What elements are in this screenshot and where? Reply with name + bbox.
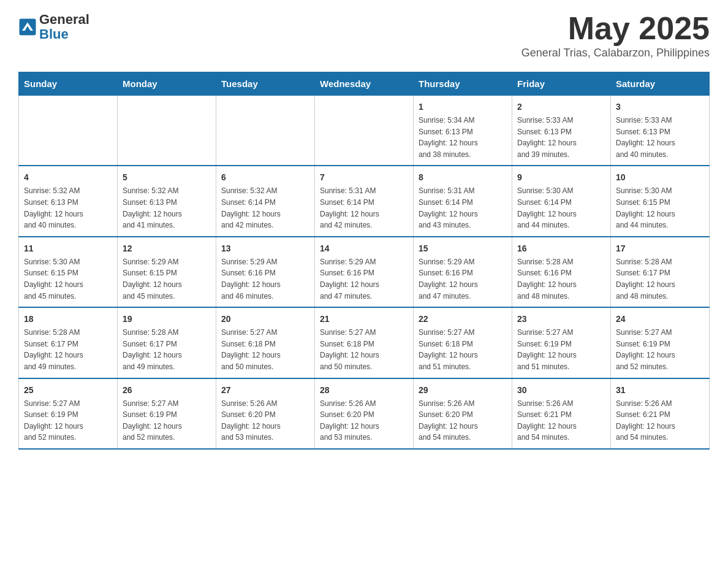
day-number: 4 bbox=[24, 171, 112, 184]
calendar-cell: 22Sunrise: 5:27 AM Sunset: 6:18 PM Dayli… bbox=[414, 307, 512, 378]
day-number: 5 bbox=[123, 171, 211, 184]
calendar-cell: 26Sunrise: 5:27 AM Sunset: 6:19 PM Dayli… bbox=[118, 378, 216, 449]
day-info: Sunrise: 5:34 AM Sunset: 6:13 PM Dayligh… bbox=[419, 115, 507, 160]
calendar-cell: 23Sunrise: 5:27 AM Sunset: 6:19 PM Dayli… bbox=[512, 307, 611, 378]
calendar-cell: 19Sunrise: 5:28 AM Sunset: 6:17 PM Dayli… bbox=[118, 307, 216, 378]
location: General Trias, Calabarzon, Philippines bbox=[521, 47, 710, 59]
day-number: 17 bbox=[616, 242, 704, 255]
day-number: 14 bbox=[320, 242, 408, 255]
month-title: May 2025 bbox=[521, 12, 710, 44]
day-number: 15 bbox=[419, 242, 507, 255]
calendar-cell: 15Sunrise: 5:29 AM Sunset: 6:16 PM Dayli… bbox=[414, 237, 512, 307]
day-number: 1 bbox=[419, 101, 507, 113]
day-number: 16 bbox=[517, 242, 605, 255]
day-number: 8 bbox=[419, 171, 507, 184]
calendar-cell bbox=[19, 96, 118, 166]
day-info: Sunrise: 5:27 AM Sunset: 6:19 PM Dayligh… bbox=[517, 327, 605, 372]
header-row: SundayMondayTuesdayWednesdayThursdayFrid… bbox=[19, 72, 710, 96]
day-info: Sunrise: 5:29 AM Sunset: 6:16 PM Dayligh… bbox=[221, 256, 309, 302]
day-number: 24 bbox=[616, 313, 704, 326]
calendar-cell: 16Sunrise: 5:28 AM Sunset: 6:16 PM Dayli… bbox=[512, 237, 611, 307]
day-number: 27 bbox=[221, 384, 309, 397]
day-info: Sunrise: 5:28 AM Sunset: 6:16 PM Dayligh… bbox=[517, 256, 605, 302]
day-number: 3 bbox=[616, 101, 704, 113]
day-number: 23 bbox=[517, 313, 605, 326]
day-number: 11 bbox=[24, 242, 112, 255]
day-info: Sunrise: 5:27 AM Sunset: 6:19 PM Dayligh… bbox=[616, 327, 704, 372]
col-header-saturday: Saturday bbox=[611, 72, 710, 96]
day-info: Sunrise: 5:29 AM Sunset: 6:16 PM Dayligh… bbox=[419, 256, 507, 302]
day-number: 6 bbox=[221, 171, 309, 184]
col-header-friday: Friday bbox=[512, 72, 611, 96]
calendar-table: SundayMondayTuesdayWednesdayThursdayFrid… bbox=[18, 72, 710, 450]
day-info: Sunrise: 5:31 AM Sunset: 6:14 PM Dayligh… bbox=[320, 185, 408, 231]
day-info: Sunrise: 5:32 AM Sunset: 6:14 PM Dayligh… bbox=[221, 185, 309, 231]
day-number: 10 bbox=[616, 171, 704, 184]
day-info: Sunrise: 5:29 AM Sunset: 6:16 PM Dayligh… bbox=[320, 256, 408, 302]
calendar-cell: 8Sunrise: 5:31 AM Sunset: 6:14 PM Daylig… bbox=[414, 166, 512, 236]
day-info: Sunrise: 5:28 AM Sunset: 6:17 PM Dayligh… bbox=[24, 327, 112, 372]
day-info: Sunrise: 5:30 AM Sunset: 6:15 PM Dayligh… bbox=[24, 256, 112, 302]
calendar-cell: 31Sunrise: 5:26 AM Sunset: 6:21 PM Dayli… bbox=[611, 378, 710, 449]
calendar-cell bbox=[216, 96, 315, 166]
day-info: Sunrise: 5:27 AM Sunset: 6:18 PM Dayligh… bbox=[320, 327, 408, 372]
week-row-5: 25Sunrise: 5:27 AM Sunset: 6:19 PM Dayli… bbox=[19, 378, 710, 449]
col-header-wednesday: Wednesday bbox=[315, 72, 414, 96]
calendar-cell: 17Sunrise: 5:28 AM Sunset: 6:17 PM Dayli… bbox=[611, 237, 710, 307]
calendar-cell: 20Sunrise: 5:27 AM Sunset: 6:18 PM Dayli… bbox=[216, 307, 315, 378]
logo-text: GeneralBlue bbox=[39, 12, 89, 42]
day-number: 12 bbox=[123, 242, 211, 255]
calendar-cell: 28Sunrise: 5:26 AM Sunset: 6:20 PM Dayli… bbox=[315, 378, 414, 449]
page-header: GeneralBlue May 2025 General Trias, Cala… bbox=[18, 12, 710, 59]
calendar-cell: 11Sunrise: 5:30 AM Sunset: 6:15 PM Dayli… bbox=[19, 237, 118, 307]
day-info: Sunrise: 5:28 AM Sunset: 6:17 PM Dayligh… bbox=[123, 327, 211, 372]
week-row-3: 11Sunrise: 5:30 AM Sunset: 6:15 PM Dayli… bbox=[19, 237, 710, 307]
day-number: 22 bbox=[419, 313, 507, 326]
calendar-cell: 2Sunrise: 5:33 AM Sunset: 6:13 PM Daylig… bbox=[512, 96, 611, 166]
day-info: Sunrise: 5:27 AM Sunset: 6:19 PM Dayligh… bbox=[24, 398, 112, 443]
day-number: 26 bbox=[123, 384, 211, 397]
day-number: 18 bbox=[24, 313, 112, 326]
day-info: Sunrise: 5:26 AM Sunset: 6:20 PM Dayligh… bbox=[419, 398, 507, 443]
col-header-tuesday: Tuesday bbox=[216, 72, 315, 96]
logo-icon bbox=[18, 18, 37, 36]
calendar-cell: 21Sunrise: 5:27 AM Sunset: 6:18 PM Dayli… bbox=[315, 307, 414, 378]
day-info: Sunrise: 5:30 AM Sunset: 6:15 PM Dayligh… bbox=[616, 185, 704, 231]
day-number: 2 bbox=[517, 101, 605, 113]
calendar-cell: 27Sunrise: 5:26 AM Sunset: 6:20 PM Dayli… bbox=[216, 378, 315, 449]
calendar-cell bbox=[118, 96, 216, 166]
day-number: 9 bbox=[517, 171, 605, 184]
calendar-cell: 1Sunrise: 5:34 AM Sunset: 6:13 PM Daylig… bbox=[414, 96, 512, 166]
calendar-cell: 7Sunrise: 5:31 AM Sunset: 6:14 PM Daylig… bbox=[315, 166, 414, 236]
day-info: Sunrise: 5:32 AM Sunset: 6:13 PM Dayligh… bbox=[123, 185, 211, 231]
col-header-sunday: Sunday bbox=[19, 72, 118, 96]
day-info: Sunrise: 5:26 AM Sunset: 6:21 PM Dayligh… bbox=[517, 398, 605, 443]
calendar-cell: 5Sunrise: 5:32 AM Sunset: 6:13 PM Daylig… bbox=[118, 166, 216, 236]
day-number: 29 bbox=[419, 384, 507, 397]
day-number: 19 bbox=[123, 313, 211, 326]
calendar-cell: 29Sunrise: 5:26 AM Sunset: 6:20 PM Dayli… bbox=[414, 378, 512, 449]
day-number: 7 bbox=[320, 171, 408, 184]
day-number: 25 bbox=[24, 384, 112, 397]
day-info: Sunrise: 5:27 AM Sunset: 6:18 PM Dayligh… bbox=[221, 327, 309, 372]
day-info: Sunrise: 5:28 AM Sunset: 6:17 PM Dayligh… bbox=[616, 256, 704, 302]
calendar-cell: 30Sunrise: 5:26 AM Sunset: 6:21 PM Dayli… bbox=[512, 378, 611, 449]
calendar-cell: 25Sunrise: 5:27 AM Sunset: 6:19 PM Dayli… bbox=[19, 378, 118, 449]
day-number: 20 bbox=[221, 313, 309, 326]
title-block: May 2025 General Trias, Calabarzon, Phil… bbox=[521, 12, 710, 59]
day-info: Sunrise: 5:30 AM Sunset: 6:14 PM Dayligh… bbox=[517, 185, 605, 231]
day-info: Sunrise: 5:27 AM Sunset: 6:18 PM Dayligh… bbox=[419, 327, 507, 372]
day-info: Sunrise: 5:29 AM Sunset: 6:15 PM Dayligh… bbox=[123, 256, 211, 302]
calendar-cell: 13Sunrise: 5:29 AM Sunset: 6:16 PM Dayli… bbox=[216, 237, 315, 307]
day-info: Sunrise: 5:31 AM Sunset: 6:14 PM Dayligh… bbox=[419, 185, 507, 231]
col-header-monday: Monday bbox=[118, 72, 216, 96]
day-info: Sunrise: 5:26 AM Sunset: 6:20 PM Dayligh… bbox=[320, 398, 408, 443]
day-info: Sunrise: 5:33 AM Sunset: 6:13 PM Dayligh… bbox=[517, 115, 605, 160]
day-info: Sunrise: 5:26 AM Sunset: 6:21 PM Dayligh… bbox=[616, 398, 704, 443]
calendar-cell: 14Sunrise: 5:29 AM Sunset: 6:16 PM Dayli… bbox=[315, 237, 414, 307]
day-info: Sunrise: 5:26 AM Sunset: 6:20 PM Dayligh… bbox=[221, 398, 309, 443]
week-row-2: 4Sunrise: 5:32 AM Sunset: 6:13 PM Daylig… bbox=[19, 166, 710, 236]
calendar-cell: 24Sunrise: 5:27 AM Sunset: 6:19 PM Dayli… bbox=[611, 307, 710, 378]
day-number: 21 bbox=[320, 313, 408, 326]
calendar-cell bbox=[315, 96, 414, 166]
